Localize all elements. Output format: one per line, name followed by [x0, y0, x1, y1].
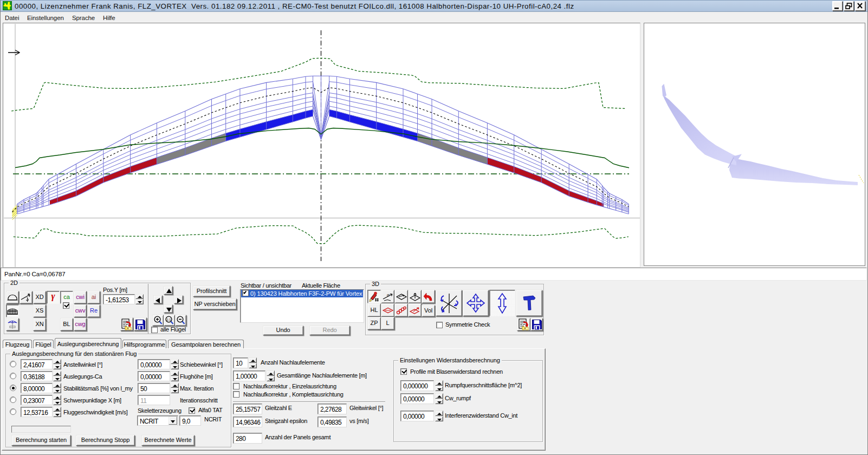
svg-text:1:1: 1:1	[166, 317, 171, 321]
svg-text:α: α	[387, 292, 390, 297]
